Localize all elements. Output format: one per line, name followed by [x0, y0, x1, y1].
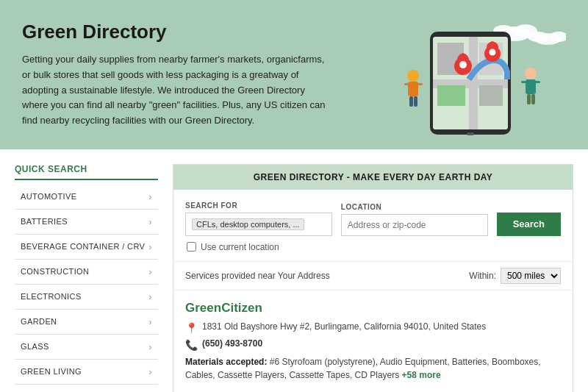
sidebar-item-glass[interactable]: GLASS › — [15, 335, 158, 360]
sidebar-item-green-living[interactable]: GREEN LIVING › — [15, 360, 158, 385]
sidebar: QUICK SEARCH AUTOMOTIVE › BATTERIES › BE… — [15, 164, 158, 392]
sidebar-item-label: GARDEN — [21, 317, 57, 326]
chevron-icon: › — [148, 316, 152, 327]
search-field: SEARCH FOR CFLs, desktop computers, ... — [185, 202, 332, 236]
result-address-row: 📍 1831 Old Bayshore Hwy #2, Burlingame, … — [185, 321, 561, 334]
use-current-location-checkbox[interactable] — [187, 242, 196, 252]
result-card: GreenCitizen 📍 1831 Old Bayshore Hwy #2,… — [173, 291, 573, 392]
svg-rect-23 — [409, 96, 413, 107]
svg-rect-24 — [414, 96, 417, 107]
result-name[interactable]: GreenCitizen — [185, 301, 561, 316]
more-link[interactable]: +58 more — [402, 370, 441, 380]
location-field: LOCATION — [341, 203, 488, 236]
result-phone: (650) 493-8700 — [202, 338, 262, 349]
tag-cfls: CFLs, desktop computers, ... — [192, 218, 304, 230]
chevron-icon: › — [148, 191, 152, 202]
results-bar: Services provided near Your Address With… — [173, 262, 573, 291]
chevron-icon: › — [148, 266, 152, 277]
sidebar-item-electronics[interactable]: ELECTRONICS › — [15, 285, 158, 310]
header-illustration — [360, 21, 566, 146]
sidebar-title: QUICK SEARCH — [15, 164, 158, 180]
svg-point-5 — [528, 32, 548, 42]
location-label: LOCATION — [341, 203, 488, 211]
search-input-tags-container[interactable]: CFLs, desktop computers, ... — [185, 213, 332, 236]
sidebar-item-label: ELECTRONICS — [21, 292, 82, 301]
search-button[interactable]: Search — [497, 213, 561, 236]
phone-icon: 📞 — [185, 339, 198, 351]
header-banner: Green Directory Getting your daily suppl… — [0, 0, 588, 149]
svg-point-19 — [407, 70, 419, 82]
chevron-icon: › — [148, 341, 152, 352]
header-text-block: Green Directory Getting your daily suppl… — [22, 21, 331, 149]
search-for-label: SEARCH FOR — [185, 202, 332, 210]
chevron-icon: › — [148, 366, 152, 377]
result-phone-row: 📞 (650) 493-8700 — [185, 338, 561, 351]
svg-rect-27 — [521, 81, 527, 83]
sidebar-item-construction[interactable]: CONSTRUCTION › — [15, 260, 158, 285]
results-text: Services provided near Your Address — [185, 271, 330, 281]
svg-rect-29 — [527, 94, 531, 104]
sidebar-item-automotive[interactable]: AUTOMOTIVE › — [15, 185, 158, 210]
svg-rect-10 — [469, 37, 478, 129]
svg-rect-31 — [467, 132, 474, 135]
location-input[interactable] — [341, 214, 488, 236]
sidebar-item-label: GREEN LIVING — [21, 367, 82, 376]
svg-rect-14 — [479, 85, 503, 106]
chevron-icon: › — [148, 291, 152, 302]
chevron-icon: › — [148, 241, 152, 252]
svg-point-18 — [490, 49, 496, 56]
sidebar-item-label: GLASS — [21, 342, 49, 351]
sidebar-item-label: BATTERIES — [21, 217, 68, 226]
svg-rect-11 — [437, 85, 465, 106]
sidebar-item-label: CONSTRUCTION — [21, 267, 89, 276]
sidebar-item-batteries[interactable]: BATTERIES › — [15, 210, 158, 235]
sidebar-item-label: AUTOMOTIVE — [21, 192, 77, 201]
search-area: SEARCH FOR CFLs, desktop computers, ... … — [173, 190, 573, 262]
result-materials-row: Materials accepted: #6 Styrofoam (polyst… — [185, 355, 561, 382]
svg-rect-21 — [404, 83, 410, 85]
use-current-location-label: Use current location — [201, 242, 279, 252]
main-content: QUICK SEARCH AUTOMOTIVE › BATTERIES › BE… — [0, 149, 588, 392]
sidebar-item-garden[interactable]: GARDEN › — [15, 310, 158, 335]
svg-rect-22 — [417, 83, 423, 85]
page-title: Green Directory — [22, 21, 331, 43]
result-address: 1831 Old Bayshore Hwy #2, Burlingame, Ca… — [202, 321, 486, 332]
svg-rect-30 — [531, 94, 535, 104]
within-select[interactable]: 500 miles — [501, 268, 561, 284]
sidebar-item-beverage[interactable]: BEVERAGE CONTAINER / CRV › — [15, 235, 158, 260]
within-label: Within: — [469, 271, 496, 281]
sidebar-item-hazardous-waste[interactable]: HAZARDOUS WASTE › — [15, 385, 158, 392]
current-location-row: Use current location — [185, 242, 561, 252]
svg-rect-28 — [534, 81, 540, 83]
svg-rect-26 — [526, 79, 536, 94]
location-pin-icon: 📍 — [185, 322, 198, 334]
header-description: Getting your daily supplies from nearby … — [22, 52, 331, 129]
svg-point-16 — [459, 61, 467, 68]
chevron-icon: › — [148, 216, 152, 227]
panel-header: GREEN DIRECTORY - MAKE EVERY DAY EARTH D… — [173, 165, 573, 190]
within-control: Within: 500 miles — [469, 268, 561, 284]
sidebar-item-label: BEVERAGE CONTAINER / CRV — [21, 242, 145, 251]
right-panel: GREEN DIRECTORY - MAKE EVERY DAY EARTH D… — [173, 164, 573, 392]
materials-label: Materials accepted: — [185, 357, 267, 367]
svg-point-25 — [525, 68, 537, 79]
